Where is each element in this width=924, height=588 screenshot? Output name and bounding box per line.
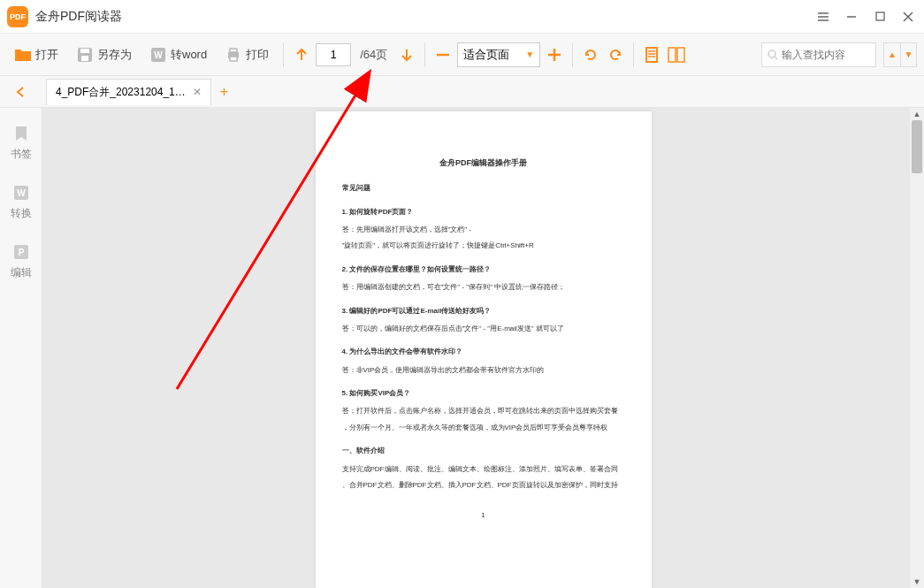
a1-1: 答：先用编辑器打开该文档，选择"文档" - <box>342 224 625 236</box>
search-next-button[interactable]: ▼ <box>900 43 916 66</box>
sidebar-item-edit[interactable]: P 编辑 <box>11 242 32 280</box>
intro-2: 、合并PDF文档、删除PDF文档、插入PDF文档、PDF页面旋转以及加密保护，同… <box>342 479 625 492</box>
q5: 5. 如何购买VIP会员？ <box>342 387 625 400</box>
convert-icon: W <box>11 183 31 202</box>
save-as-button[interactable]: 另存为 <box>69 42 139 67</box>
intro-1: 支持完成PDF编辑、阅读、批注、编辑文本、绘图标注、添加照片、填写表单、签署合同 <box>342 463 625 476</box>
app-title: 金舟PDF阅读器 <box>35 9 814 25</box>
zoom-label: 适合页面 <box>463 47 509 63</box>
rotate-left-button[interactable] <box>580 44 601 65</box>
open-button[interactable]: 打开 <box>7 42 65 67</box>
print-label: 打印 <box>246 47 269 63</box>
folder-icon <box>14 46 32 64</box>
vertical-scrollbar[interactable]: ▲ ▼ <box>910 108 924 588</box>
app-logo-text: PDF <box>10 12 26 21</box>
single-page-view-button[interactable] <box>641 44 662 65</box>
svg-rect-8 <box>230 57 237 61</box>
separator <box>283 42 284 67</box>
edit-icon: P <box>11 242 31 262</box>
svg-text:P: P <box>18 248 24 257</box>
tab-label: 4_PDF合并_20231204_1… <box>56 85 186 100</box>
sidebar-bookmark-label: 书签 <box>11 147 32 162</box>
zoom-out-button[interactable] <box>432 44 454 65</box>
search-box[interactable] <box>761 42 876 67</box>
doc-title: 金舟PDF编辑器操作手册 <box>342 156 625 170</box>
page-number: 1 <box>342 509 625 522</box>
separator <box>424 42 425 67</box>
q4: 4. 为什么导出的文件会带有软件水印？ <box>342 346 625 358</box>
a5-1: 答：打开软件后，点击账户名称，选择开通会员，即可在跳转出来的页面中选择购买套餐 <box>342 405 625 417</box>
window-controls <box>814 8 917 26</box>
q2: 2. 文件的保存位置在哪里？如何设置统一路径？ <box>342 263 625 276</box>
scroll-up-button[interactable]: ▲ <box>910 108 924 120</box>
tab-bar: 4_PDF合并_20231204_1… ✕ + <box>0 76 924 108</box>
q1: 1. 如何旋转PDF页面？ <box>342 206 625 218</box>
minimize-button[interactable] <box>843 8 860 26</box>
print-icon <box>225 46 242 64</box>
main-area: 书签 W 转换 P 编辑 金舟PDF编辑器操作手册 常见问题 1. 如何旋转PD… <box>0 108 924 588</box>
to-word-button[interactable]: W 转word <box>142 42 214 67</box>
a3: 答：可以的，编辑好的文档保存后点击"文件" - "用E-mail发送" 就可以了 <box>342 323 625 335</box>
save-icon <box>76 46 94 64</box>
intro-header: 一、软件介绍 <box>342 445 625 457</box>
open-label: 打开 <box>35 47 58 63</box>
separator <box>572 42 573 67</box>
faq-header: 常见问题 <box>342 182 625 195</box>
to-word-label: 转word <box>171 47 207 63</box>
pdf-page: 金舟PDF编辑器操作手册 常见问题 1. 如何旋转PDF页面？ 答：先用编辑器打… <box>316 111 652 588</box>
svg-rect-2 <box>80 49 89 53</box>
prev-page-button[interactable] <box>291 44 312 65</box>
tab-close-button[interactable]: ✕ <box>193 86 202 98</box>
print-button[interactable]: 打印 <box>218 42 276 67</box>
zoom-in-button[interactable] <box>544 44 565 65</box>
menu-icon[interactable] <box>814 8 832 26</box>
tab-back-button[interactable] <box>11 82 30 102</box>
sidebar-edit-label: 编辑 <box>11 265 32 280</box>
title-bar: PDF 金舟PDF阅读器 <box>0 0 924 34</box>
search-icon <box>767 50 778 60</box>
app-logo: PDF <box>7 6 28 27</box>
rotate-right-button[interactable] <box>605 44 626 65</box>
scroll-thumb[interactable] <box>912 120 922 173</box>
add-tab-button[interactable]: + <box>220 84 228 100</box>
svg-rect-11 <box>677 48 684 62</box>
zoom-select[interactable]: 适合页面 ▼ <box>457 42 540 67</box>
save-as-label: 另存为 <box>97 47 132 63</box>
document-tab[interactable]: 4_PDF合并_20231204_1… ✕ <box>46 79 211 105</box>
svg-rect-3 <box>81 56 88 61</box>
svg-rect-9 <box>646 48 657 62</box>
page-total-label: /64页 <box>355 47 393 63</box>
separator <box>633 42 634 67</box>
close-button[interactable] <box>899 8 917 26</box>
svg-rect-10 <box>668 48 676 62</box>
svg-point-12 <box>768 50 775 57</box>
search-nav: ▲ ▼ <box>883 42 917 67</box>
svg-rect-7 <box>230 49 237 52</box>
document-viewer[interactable]: 金舟PDF编辑器操作手册 常见问题 1. 如何旋转PDF页面？ 答：先用编辑器打… <box>42 108 924 588</box>
svg-text:W: W <box>154 50 163 60</box>
bookmark-icon <box>11 124 31 143</box>
a2: 答：用编辑器创建的文档，可在"文件" - "保存到" 中设置统一保存路径； <box>342 281 625 294</box>
word-icon: W <box>149 46 167 64</box>
sidebar-item-convert[interactable]: W 转换 <box>11 183 32 221</box>
toolbar: 打开 另存为 W 转word 打印 /64页 适合页面 ▼ <box>0 34 924 76</box>
scroll-down-button[interactable]: ▼ <box>910 576 924 588</box>
svg-text:W: W <box>17 188 26 198</box>
two-page-view-button[interactable] <box>666 44 687 65</box>
page-number-input[interactable] <box>316 43 351 66</box>
search-prev-button[interactable]: ▲ <box>884 43 900 66</box>
sidebar-convert-label: 转换 <box>11 206 32 221</box>
sidebar-item-bookmark[interactable]: 书签 <box>11 124 32 162</box>
svg-rect-0 <box>876 12 884 20</box>
a4: 答：非VIP会员，使用编辑器导出的文档都会带有软件官方水印的 <box>342 364 625 377</box>
chevron-down-icon: ▼ <box>525 50 534 59</box>
a5-2: ，分别有一个月、一年或者永久等的套餐选项，成为VIP会员后即可享受会员尊享特权 <box>342 422 625 434</box>
a1-2: "旋转页面"，就可以将页面进行旋转了；快捷键是Ctrl+Shift+R <box>342 240 625 252</box>
search-input[interactable] <box>782 49 870 61</box>
maximize-button[interactable] <box>871 8 889 26</box>
sidebar: 书签 W 转换 P 编辑 <box>0 108 42 588</box>
next-page-button[interactable] <box>396 44 417 65</box>
q3: 3. 编辑好的PDF可以通过E-mail传送给好友吗？ <box>342 305 625 317</box>
